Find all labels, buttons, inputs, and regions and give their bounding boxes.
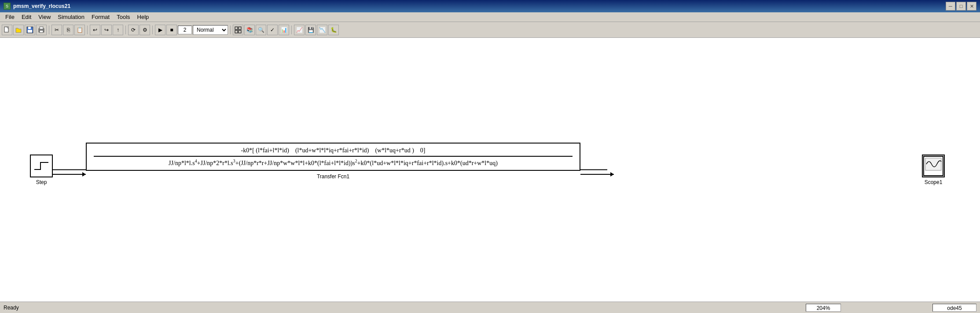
status-text: Ready <box>4 305 405 311</box>
svg-rect-8 <box>235 27 238 29</box>
open-button[interactable] <box>13 25 24 35</box>
separator-5 <box>230 26 231 34</box>
svg-rect-11 <box>239 30 241 33</box>
transfer-fcn-label: Transfer Fcn1 <box>86 173 580 180</box>
menu-format[interactable]: Format <box>88 13 113 21</box>
title-bar: S pmsm_verify_rlocus21 ─ □ ✕ <box>0 0 980 12</box>
update-diagram-button[interactable]: ⟳ <box>128 25 139 35</box>
transfer-fcn-block[interactable]: -k0*[ (l*fai+l*l*id) (l*ud+w*l*l*iq+r*fa… <box>86 143 580 180</box>
sim-mode-select[interactable]: Normal Accelerator Rapid Accelerator Ext… <box>193 25 228 35</box>
separator-6 <box>291 26 292 34</box>
print-button[interactable] <box>36 25 47 35</box>
app-icon: S <box>4 3 11 10</box>
minimize-button[interactable]: ─ <box>946 2 955 11</box>
svg-rect-0 <box>4 27 8 32</box>
model-coverage-button[interactable]: 📊 <box>279 25 289 35</box>
separator-3 <box>125 26 126 34</box>
undo-button[interactable]: ↩ <box>90 25 100 35</box>
menu-edit[interactable]: Edit <box>18 13 35 21</box>
menu-help[interactable]: Help <box>134 13 153 21</box>
tf-denominator: JJ/np*l*l.s4+JJ/np*2*r*l.s3+(JJ/np*r*r+J… <box>94 157 573 167</box>
step-block-label: Step <box>36 179 47 185</box>
signal-builder-button[interactable]: 📈 <box>294 25 305 35</box>
zoom-indicator: 204% <box>806 304 841 312</box>
scope-block-label: Scope1 <box>925 179 943 185</box>
step-block-symbol <box>30 155 53 177</box>
close-button[interactable]: ✕ <box>967 2 976 11</box>
svg-marker-18 <box>82 172 86 177</box>
simulation-data-button[interactable]: 📉 <box>317 25 327 35</box>
svg-rect-22 <box>925 158 941 170</box>
model-advisor-button[interactable]: ✓ <box>267 25 278 35</box>
svg-rect-4 <box>28 30 32 33</box>
signal-logging-button[interactable]: 💾 <box>305 25 316 35</box>
tf-numerator: -k0*[ (l*fai+l*l*id) (l*ud+w*l*l*iq+r*fa… <box>94 147 573 157</box>
menu-simulation[interactable]: Simulation <box>54 13 88 21</box>
menu-view[interactable]: View <box>35 13 54 21</box>
up-button[interactable]: ↑ <box>113 25 123 35</box>
save-button[interactable] <box>25 25 35 35</box>
svg-rect-10 <box>235 30 238 33</box>
stop-button[interactable]: ■ <box>166 25 177 35</box>
new-button[interactable] <box>2 25 12 35</box>
transfer-fcn-box: -k0*[ (l*fai+l*l*id) (l*ud+w*l*l*iq+r*fa… <box>86 143 580 171</box>
library-button[interactable]: 📚 <box>244 25 255 35</box>
run-button[interactable]: ▶ <box>155 25 165 35</box>
separator-2 <box>87 26 88 34</box>
scope-block[interactable]: Scope1 <box>922 155 945 185</box>
scope-block-symbol <box>922 155 945 177</box>
redo-button[interactable]: ↪ <box>101 25 112 35</box>
menu-tools[interactable]: Tools <box>113 13 133 21</box>
toolbar: ✂ ⎘ 📋 ↩ ↪ ↑ ⟳ ⚙ ▶ ■ Normal Accelerator R… <box>0 22 980 38</box>
separator-4 <box>152 26 153 34</box>
window-controls: ─ □ ✕ <box>946 2 976 11</box>
svg-rect-7 <box>40 30 43 33</box>
cut-button[interactable]: ✂ <box>51 25 62 35</box>
svg-rect-3 <box>28 27 31 29</box>
copy-button[interactable]: ⎘ <box>63 25 73 35</box>
menu-bar: File Edit View Simulation Format Tools H… <box>0 12 980 22</box>
svg-marker-20 <box>610 172 614 177</box>
svg-rect-9 <box>239 27 241 29</box>
sim-time-input[interactable] <box>178 26 192 34</box>
status-bar: Ready 204% ode45 <box>0 302 980 313</box>
svg-rect-12 <box>33 157 50 175</box>
maximize-button[interactable]: □ <box>956 2 966 11</box>
diagram: Step -k0*[ (l*fai+l*l*id) <box>0 38 980 302</box>
window-title: pmsm_verify_rlocus21 <box>13 3 946 9</box>
canvas[interactable]: Step -k0*[ (l*fai+l*l*id) <box>0 38 980 302</box>
zoom-fit-button[interactable] <box>233 25 243 35</box>
separator-1 <box>49 26 49 34</box>
paste-button[interactable]: 📋 <box>74 25 85 35</box>
debugger-button[interactable]: 🐛 <box>328 25 339 35</box>
solver-indicator: ode45 <box>932 304 976 312</box>
menu-file[interactable]: File <box>2 13 18 21</box>
step-block[interactable]: Step <box>30 155 53 185</box>
sim-settings-button[interactable]: ⚙ <box>139 25 150 35</box>
model-explorer-button[interactable]: 🔍 <box>256 25 266 35</box>
svg-rect-6 <box>40 27 43 29</box>
